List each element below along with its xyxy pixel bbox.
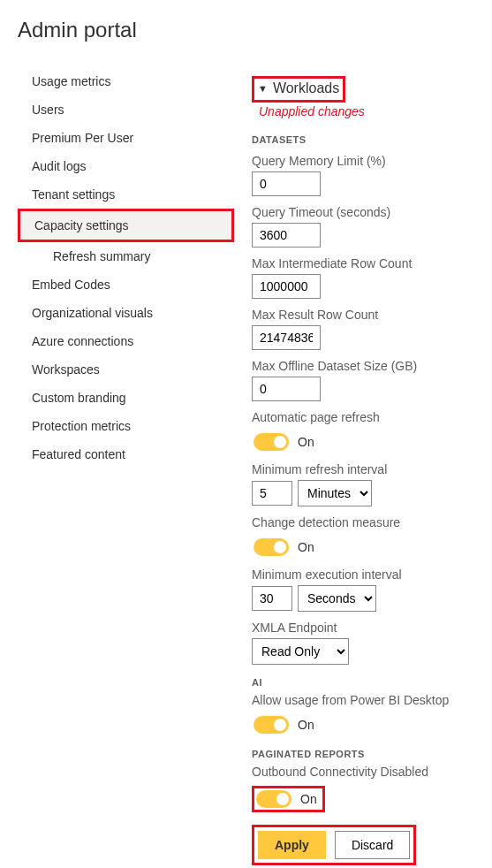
change-detection-measure-state: On bbox=[298, 540, 314, 554]
query-timeout-input[interactable] bbox=[252, 223, 321, 247]
sidebar-item-azure-connections[interactable]: Azure connections bbox=[18, 327, 234, 355]
xmla-endpoint-label: XMLA Endpoint bbox=[252, 621, 483, 635]
sidebar-item-premium-per-user[interactable]: Premium Per User bbox=[18, 124, 234, 152]
ai-group-label: AI bbox=[252, 677, 483, 688]
minimum-execution-interval-unit-select[interactable]: Seconds bbox=[298, 585, 376, 612]
sidebar-item-embed-codes[interactable]: Embed Codes bbox=[18, 270, 234, 299]
sidebar-item-featured-content[interactable]: Featured content bbox=[18, 440, 234, 468]
sidebar-item-tenant-settings[interactable]: Tenant settings bbox=[18, 180, 234, 209]
change-detection-measure-toggle[interactable] bbox=[254, 538, 289, 556]
sidebar-item-organizational-visuals[interactable]: Organizational visuals bbox=[18, 299, 234, 327]
query-timeout-label: Query Timeout (seconds) bbox=[252, 205, 483, 219]
sidebar-nav: Usage metrics Users Premium Per User Aud… bbox=[18, 67, 234, 865]
sidebar-item-capacity-settings[interactable]: Capacity settings bbox=[18, 209, 234, 242]
max-intermediate-row-label: Max Intermediate Row Count bbox=[252, 256, 483, 270]
unapplied-changes-label: Unapplied changes bbox=[259, 104, 483, 118]
minimum-execution-interval-label: Minimum execution interval bbox=[252, 567, 483, 582]
minimum-execution-interval-input[interactable] bbox=[252, 586, 292, 611]
sidebar-item-usage-metrics[interactable]: Usage metrics bbox=[18, 67, 234, 95]
xmla-endpoint-select[interactable]: Read Only bbox=[252, 638, 349, 665]
outbound-connectivity-state: On bbox=[300, 792, 317, 806]
sidebar-item-custom-branding[interactable]: Custom branding bbox=[18, 384, 234, 412]
workloads-section-header[interactable]: ▼ Workloads bbox=[254, 79, 343, 98]
outbound-connectivity-toggle[interactable] bbox=[256, 790, 291, 808]
sidebar-item-audit-logs[interactable]: Audit logs bbox=[18, 152, 234, 180]
max-intermediate-row-input[interactable] bbox=[252, 274, 321, 299]
max-result-row-input[interactable] bbox=[252, 325, 321, 350]
allow-usage-desktop-label: Allow usage from Power BI Desktop bbox=[252, 693, 483, 707]
query-memory-limit-label: Query Memory Limit (%) bbox=[252, 154, 483, 168]
minimum-refresh-interval-label: Minimum refresh interval bbox=[252, 462, 483, 476]
apply-button[interactable]: Apply bbox=[258, 831, 326, 859]
automatic-page-refresh-toggle[interactable] bbox=[254, 433, 289, 451]
page-title: Admin portal bbox=[18, 18, 483, 42]
change-detection-measure-label: Change detection measure bbox=[252, 515, 483, 529]
minimum-refresh-interval-input[interactable] bbox=[252, 481, 292, 506]
allow-usage-desktop-state: On bbox=[298, 718, 314, 732]
outbound-connectivity-label: Outbound Connectivity Disabled bbox=[252, 765, 483, 779]
max-offline-dataset-label: Max Offline Dataset Size (GB) bbox=[252, 359, 483, 373]
automatic-page-refresh-label: Automatic page refresh bbox=[252, 410, 483, 424]
max-offline-dataset-input[interactable] bbox=[252, 377, 321, 401]
sidebar-item-protection-metrics[interactable]: Protection metrics bbox=[18, 412, 234, 440]
allow-usage-desktop-toggle[interactable] bbox=[254, 716, 289, 734]
sidebar-item-refresh-summary[interactable]: Refresh summary bbox=[18, 242, 234, 270]
sidebar-item-users[interactable]: Users bbox=[18, 95, 234, 124]
main-panel: ▼ Workloads Unapplied changes DATASETS Q… bbox=[252, 67, 483, 865]
discard-button[interactable]: Discard bbox=[335, 831, 410, 859]
max-result-row-label: Max Result Row Count bbox=[252, 308, 483, 322]
collapse-triangle-icon: ▼ bbox=[258, 84, 268, 94]
query-memory-limit-input[interactable] bbox=[252, 171, 321, 196]
sidebar-item-workspaces[interactable]: Workspaces bbox=[18, 355, 234, 384]
workloads-title: Workloads bbox=[273, 80, 339, 96]
datasets-group-label: DATASETS bbox=[252, 134, 483, 145]
paginated-reports-group-label: PAGINATED REPORTS bbox=[252, 749, 483, 759]
minimum-refresh-interval-unit-select[interactable]: Minutes bbox=[298, 480, 372, 506]
automatic-page-refresh-state: On bbox=[298, 435, 314, 449]
